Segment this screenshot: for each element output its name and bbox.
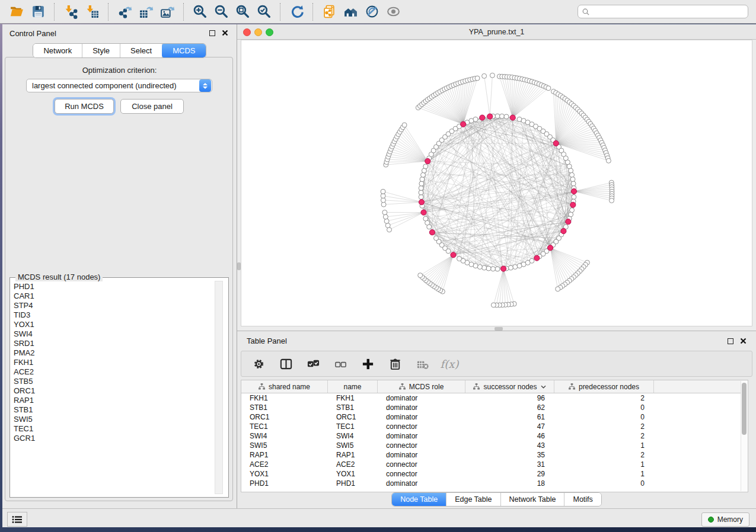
zoom-fit-content-button[interactable] (234, 3, 251, 21)
graph-leaf-node[interactable] (385, 223, 390, 228)
graph-node[interactable] (434, 236, 439, 241)
table-vertical-scrollbar[interactable] (741, 381, 748, 491)
mcds-result-item[interactable]: CAR1 (14, 291, 214, 301)
delete-column-button[interactable] (387, 356, 403, 371)
graph-hub-node[interactable] (553, 140, 559, 146)
table-row[interactable]: RAP1RAP1dominator352 (241, 450, 748, 460)
mcds-result-item[interactable]: ACE2 (14, 367, 214, 377)
hide-graphics-details-button[interactable] (363, 3, 381, 21)
graph-node[interactable] (570, 172, 575, 177)
mcds-result-item[interactable]: RAP1 (14, 396, 214, 405)
home-button[interactable] (342, 3, 359, 21)
graph-leaf-node[interactable] (381, 194, 385, 198)
mcds-result-item[interactable]: PMA2 (14, 348, 214, 358)
graph-node[interactable] (423, 164, 428, 169)
mcds-result-item[interactable]: STB5 (14, 377, 214, 386)
graph-hub-node[interactable] (501, 266, 506, 271)
graph-hub-node[interactable] (566, 219, 571, 225)
zoom-selected-button[interactable] (255, 3, 273, 21)
minimize-window-icon[interactable] (254, 28, 262, 36)
graph-leaf-node[interactable] (381, 202, 386, 207)
mcds-result-item[interactable]: FKH1 (14, 358, 214, 367)
tab-motifs[interactable]: Motifs (564, 493, 601, 506)
graph-node[interactable] (491, 267, 496, 271)
graph-node[interactable] (495, 114, 500, 118)
graph-node[interactable] (421, 172, 426, 177)
graph-hub-node[interactable] (461, 121, 466, 127)
mcds-result-item[interactable]: PHD1 (14, 282, 214, 291)
optimization-criterion-select[interactable]: largest connected component (undirected) (26, 79, 212, 92)
column-header-predecessor-nodes[interactable]: predecessor nodes (554, 380, 654, 393)
mcds-result-item[interactable]: YOX1 (14, 320, 214, 329)
graph-node[interactable] (482, 265, 487, 270)
table-row[interactable]: ORC1ORC1dominator610 (241, 412, 748, 422)
graph-leaf-node[interactable] (384, 219, 389, 223)
graph-leaf-node[interactable] (383, 214, 388, 219)
network-horizontal-scrollbar[interactable] (241, 326, 752, 331)
close-panel-button[interactable]: Close panel (120, 99, 184, 114)
graph-hub-node[interactable] (429, 230, 435, 235)
table-row[interactable]: PHD1PHD1dominator180 (241, 479, 748, 488)
apply-layout-button[interactable] (288, 3, 305, 21)
graph-node[interactable] (486, 266, 491, 271)
task-history-button[interactable] (7, 512, 27, 527)
float-panel-icon[interactable] (209, 30, 215, 36)
graph-node[interactable] (457, 257, 462, 261)
maximize-window-icon[interactable] (266, 28, 273, 36)
graph-node[interactable] (572, 195, 576, 200)
tab-mcds[interactable]: MCDS (162, 43, 206, 58)
graph-leaf-node[interactable] (381, 198, 385, 203)
select-all-button[interactable] (305, 356, 321, 371)
float-table-panel-icon[interactable] (728, 338, 733, 344)
show-graphics-details-button[interactable] (384, 3, 402, 21)
tab-edge-table[interactable]: Edge Table (446, 493, 500, 506)
graph-hub-node[interactable] (425, 159, 430, 164)
graph-hub-node[interactable] (451, 252, 456, 258)
graph-leaf-node[interactable] (418, 273, 423, 278)
zoom-in-button[interactable] (191, 3, 209, 21)
graph-node[interactable] (473, 117, 478, 121)
graph-leaf-node[interactable] (482, 73, 487, 78)
tab-node-table[interactable]: Node Table (392, 493, 446, 506)
import-table-button[interactable] (83, 3, 101, 21)
column-header-name[interactable]: name (328, 380, 378, 393)
run-mcds-button[interactable]: Run MCDS (55, 99, 114, 114)
mcds-result-item[interactable]: SRD1 (14, 339, 214, 348)
graph-node[interactable] (419, 181, 424, 186)
graph-node[interactable] (420, 177, 425, 182)
graph-node[interactable] (517, 264, 522, 268)
export-network-button[interactable] (116, 3, 133, 21)
graph-hub-node[interactable] (421, 210, 426, 215)
table-row[interactable]: YOX1YOX1connector291 (241, 469, 748, 479)
mcds-result-item[interactable]: TID3 (14, 310, 214, 320)
graph-hub-node[interactable] (419, 200, 424, 205)
close-table-panel-icon[interactable] (740, 338, 747, 344)
close-window-icon[interactable] (243, 28, 251, 36)
export-table-button[interactable] (137, 3, 155, 21)
clone-network-button[interactable] (320, 3, 338, 21)
mcds-result-item[interactable]: STP4 (14, 301, 214, 310)
column-header-MCDS-role[interactable]: MCDS role (378, 380, 465, 393)
graph-node[interactable] (570, 177, 575, 182)
graph-leaf-node[interactable] (546, 86, 551, 91)
graph-node[interactable] (570, 208, 575, 213)
table-row[interactable]: FKH1FKH1dominator962 (241, 393, 748, 403)
graph-hub-node[interactable] (561, 229, 566, 234)
graph-hub-node[interactable] (510, 115, 515, 120)
search-box[interactable] (578, 5, 748, 18)
graph-node[interactable] (569, 168, 573, 173)
graph-hub-node[interactable] (571, 188, 576, 194)
add-column-button[interactable] (360, 356, 375, 371)
export-image-button[interactable] (158, 3, 176, 21)
mcds-result-item[interactable]: GCR1 (14, 434, 214, 443)
graph-leaf-node[interactable] (610, 198, 614, 203)
tab-network-table[interactable]: Network Table (501, 493, 565, 506)
tab-network[interactable]: Network (33, 44, 82, 57)
open-file-button[interactable] (8, 3, 25, 21)
graph-node[interactable] (571, 181, 576, 186)
tab-style[interactable]: Style (82, 44, 120, 57)
graph-hub-node[interactable] (487, 114, 493, 119)
graph-node[interactable] (423, 216, 428, 221)
graph-node[interactable] (419, 190, 423, 195)
zoom-out-button[interactable] (212, 3, 230, 21)
